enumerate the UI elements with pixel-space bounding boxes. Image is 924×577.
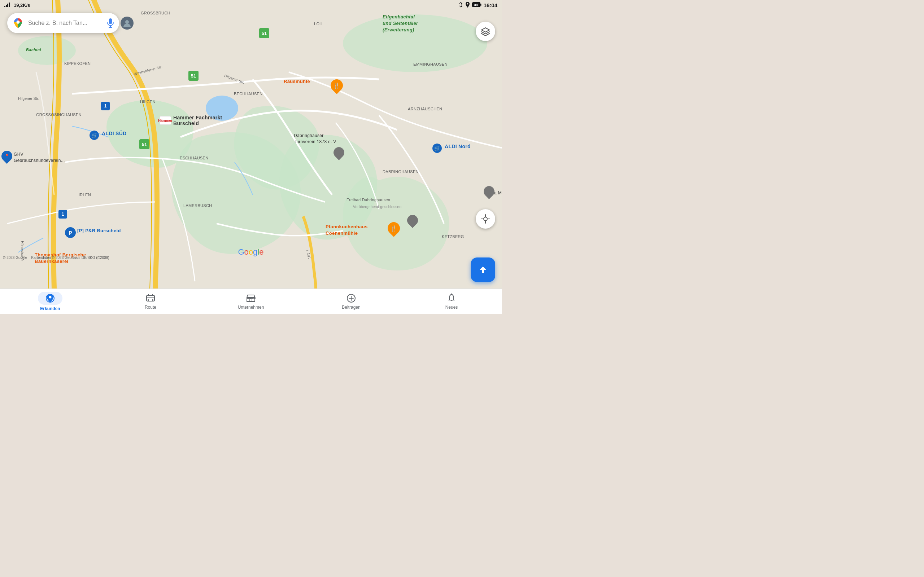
svg-point-29 (148, 299, 149, 301)
nav-item-unternehmen[interactable]: Unternehmen (201, 289, 301, 314)
nav-item-route[interactable]: Route (100, 289, 201, 314)
svg-point-26 (49, 296, 52, 298)
nav-label-erkunden: Erkunden (40, 306, 60, 311)
map-container[interactable]: GROSSBRUCH LÖH Eifgenbachtalund Seitentä… (0, 0, 502, 288)
microphone-button[interactable] (104, 16, 117, 29)
nav-item-neues[interactable]: Neues (401, 289, 502, 314)
svg-rect-31 (250, 299, 252, 301)
add-circle-icon (346, 293, 356, 303)
user-avatar[interactable] (121, 16, 134, 29)
layers-button[interactable] (476, 22, 495, 41)
svg-point-13 (206, 95, 238, 121)
search-bar[interactable] (7, 13, 119, 33)
svg-point-30 (152, 299, 153, 301)
svg-point-20 (484, 217, 487, 221)
aldi-sud-marker[interactable]: 🛒 (89, 131, 99, 140)
aldi-nord-marker[interactable]: 🛒 (432, 143, 442, 153)
nav-label-route: Route (145, 305, 156, 310)
svg-point-19 (125, 20, 129, 24)
explore-icon (45, 293, 55, 303)
bottom-navigation: Erkunden Route (0, 288, 502, 314)
svg-point-12 (18, 36, 76, 65)
svg-rect-28 (147, 297, 155, 298)
hammer-fachmarkt-marker[interactable]: Hämmer (160, 116, 171, 125)
svg-point-11 (343, 15, 487, 72)
nav-item-beitragen[interactable]: Beitragen (301, 289, 401, 314)
directions-icon (145, 293, 155, 303)
nav-label-beitragen: Beitragen (342, 305, 360, 310)
location-button[interactable] (476, 209, 495, 229)
directions-fab[interactable] (471, 258, 495, 282)
bell-icon (446, 293, 457, 303)
nav-item-erkunden[interactable]: Erkunden (0, 289, 100, 314)
store-icon (246, 293, 256, 303)
svg-rect-16 (109, 18, 112, 24)
pfannkuchenhaus-marker[interactable]: 🍴 (388, 222, 400, 234)
nav-label-neues: Neues (446, 305, 458, 310)
nav-label-unternehmen: Unternehmen (238, 305, 264, 310)
rausmuhle-marker[interactable]: 🍴 (331, 79, 343, 92)
search-input[interactable] (28, 20, 100, 26)
pr-burscheid-marker[interactable]: P (65, 227, 76, 238)
google-maps-logo-icon (11, 16, 24, 29)
svg-point-15 (16, 21, 20, 24)
